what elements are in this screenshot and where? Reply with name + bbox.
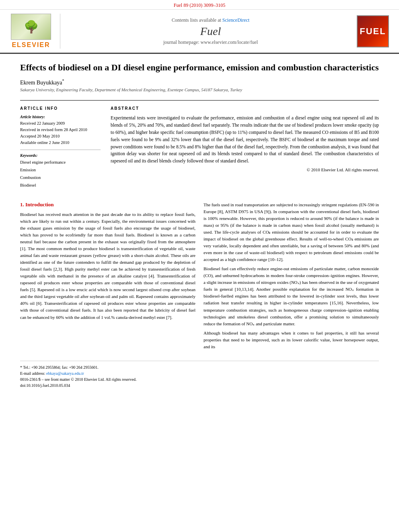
tree-icon: 🌳 xyxy=(24,20,39,34)
journal-center-info: Contents lists available at ScienceDirec… xyxy=(66,14,355,49)
footer-area: * Tel.: +90 264 2955864; fax: +90 264 29… xyxy=(20,361,379,388)
doi-line: doi:10.1016/j.fuel.2010.05.034 xyxy=(20,382,379,388)
fuel-logo-area: FUEL xyxy=(355,14,391,49)
main-content: Effects of biodiesel on a DI diesel engi… xyxy=(0,54,399,396)
info-abstract-section: ARTICLE INFO Article history: Received 2… xyxy=(20,100,379,193)
journal-title: Fuel xyxy=(66,25,355,38)
keyword-3: Combustion xyxy=(20,174,101,182)
accepted-date: Accepted 20 May 2010 xyxy=(20,133,101,140)
keywords-section: Keywords: Diesel engine performance Emis… xyxy=(20,153,101,189)
article-history: Article history: Received 22 January 200… xyxy=(20,115,101,146)
journal-header: 🌳 ELSEVIER Contents lists available at S… xyxy=(0,10,399,54)
info-divider xyxy=(20,150,101,150)
body-columns: 1. Introduction Biodiesel has received m… xyxy=(20,201,379,353)
elsevier-graphic: 🌳 xyxy=(11,14,51,40)
right-para-3: Although biodiesel has many advantages w… xyxy=(204,330,379,350)
issn-line: 0016-2361/$ – see front matter © 2010 El… xyxy=(20,376,379,382)
history-label: Article history: xyxy=(20,115,101,119)
copyright-notice: © 2010 Elsevier Ltd. All rights reserved… xyxy=(111,167,379,172)
left-column: 1. Introduction Biodiesel has received m… xyxy=(20,201,195,353)
citation-bar: Fuel 89 (2010) 3099–3105 xyxy=(0,0,399,10)
keywords-list: Diesel engine performance Emission Combu… xyxy=(20,159,101,189)
right-body-text: The fuels used in road transportation ar… xyxy=(204,201,379,350)
abstract-heading: ABSTRACT xyxy=(111,106,379,111)
footnote-star: * Tel.: +90 264 2955864; fax: +90 264 29… xyxy=(20,364,379,370)
abstract-panel: ABSTRACT Experimental tests were investi… xyxy=(111,106,379,193)
keyword-4: Biodiesel xyxy=(20,182,101,189)
email-address[interactable]: ebkaya@sakarya.edu.tr xyxy=(46,371,84,376)
revised-date: Received in revised form 28 April 2010 xyxy=(20,127,101,133)
right-column: The fuels used in road transportation ar… xyxy=(204,201,379,353)
elsevier-logo-area: 🌳 ELSEVIER xyxy=(8,14,60,49)
sciencedirect-link[interactable]: ScienceDirect xyxy=(222,17,249,23)
intro-paragraph: Biodiesel has received much attention in… xyxy=(20,211,195,321)
article-info-heading: ARTICLE INFO xyxy=(20,106,101,111)
article-info-panel: ARTICLE INFO Article history: Received 2… xyxy=(20,106,101,193)
elsevier-brand: ELSEVIER xyxy=(12,41,50,49)
available-date: Available online 2 June 2010 xyxy=(20,140,101,146)
keyword-1: Diesel engine performance xyxy=(20,159,101,166)
right-para-1: The fuels used in road transportation ar… xyxy=(204,201,379,263)
author-affiliation: Sakarya University, Engineering Faculty,… xyxy=(20,87,379,92)
received-date: Received 22 January 2009 xyxy=(20,120,101,127)
keywords-label: Keywords: xyxy=(20,153,101,158)
right-para-2: Biodiesel fuel can effectively reduce en… xyxy=(204,265,379,327)
keyword-2: Emission xyxy=(20,166,101,174)
journal-homepage: journal homepage: www.elsevier.com/locat… xyxy=(66,39,355,45)
article-title: Effects of biodiesel on a DI diesel engi… xyxy=(20,62,379,74)
intro-heading: 1. Introduction xyxy=(20,201,195,208)
intro-para-1: Biodiesel has received much attention in… xyxy=(20,211,195,321)
fuel-logo: FUEL xyxy=(357,15,389,47)
citation-text: Fuel 89 (2010) 3099–3105 xyxy=(174,2,225,8)
author-name: Ekrem Buyukkaya* xyxy=(20,78,379,86)
abstract-text: Experimental tests were investigated to … xyxy=(111,115,379,165)
footnote-email: E-mail address: ebkaya@sakarya.edu.tr xyxy=(20,370,379,376)
sciencedirect-label: Contents lists available at ScienceDirec… xyxy=(66,17,355,23)
